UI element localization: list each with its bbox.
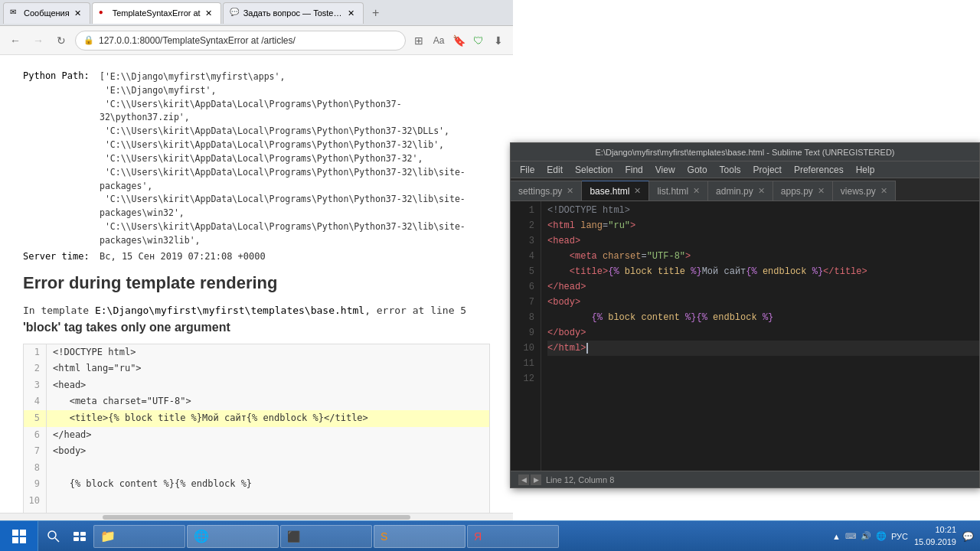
taskbar-terminal[interactable]: ⬛ (280, 525, 372, 548)
taskbar-explorer[interactable]: 📁 (93, 525, 185, 548)
yandex-icon: Я (474, 530, 482, 543)
taskbar-sublime[interactable]: S (374, 525, 466, 548)
scode-line-7: <body> (547, 295, 979, 310)
menu-find[interactable]: Find (619, 161, 648, 178)
bookmark-button[interactable]: 🔖 (450, 32, 467, 49)
tab-label-settings: settings.py (518, 186, 562, 197)
clock-time: 10:21 (914, 524, 956, 536)
gutter-7: 7 (511, 295, 541, 310)
tab-template-error[interactable]: ● TemplateSyntaxError at ✕ (92, 2, 221, 24)
reader-button[interactable]: Aa (430, 32, 447, 49)
tab-label-admin: admin.py (716, 186, 753, 197)
python-path-line-8: 'C:\\Users\kirit\AppData\Local\Programs\… (100, 220, 490, 248)
sublime-code-area[interactable]: <!DOCTYPE html> <html lang="ru"> <head> … (541, 201, 979, 471)
tab-close-settings[interactable]: ✕ (567, 186, 573, 196)
menu-project[interactable]: Project (747, 161, 788, 178)
browser-toolbar: ← → ↻ 🔒 127.0.0.1:8000/TemplateSyntaxErr… (0, 26, 513, 55)
code-line-3: 3 <head> (24, 377, 489, 394)
menu-view[interactable]: View (649, 161, 681, 178)
code-line-6: 6 </head> (24, 427, 489, 444)
tab-base-html[interactable]: base.html ✕ (582, 181, 649, 201)
tab-messages[interactable]: ✉ Сообщения ✕ (3, 2, 90, 24)
tab-label-list: list.html (657, 186, 688, 197)
svg-rect-0 (12, 530, 18, 536)
tab-label-error: TemplateSyntaxError at (113, 8, 201, 18)
menu-edit[interactable]: Edit (541, 161, 569, 178)
tray-arrow[interactable]: ▲ (832, 532, 841, 541)
tab-favicon-messages: ✉ (10, 8, 21, 18)
sublime-menubar: File Edit Selection Find View Goto Tools… (511, 161, 979, 178)
code-line-9: 9 {% block content %}{% endblock %} (24, 476, 489, 493)
browser-titlebar: ✉ Сообщения ✕ ● TemplateSyntaxError at ✕… (0, 0, 513, 26)
taskbar-clock[interactable]: 10:21 15.09.2019 (914, 524, 956, 548)
sublime-editor: 1 2 3 4 5 6 7 8 9 10 11 12 <!DOCTYPE htm… (511, 201, 979, 471)
extensions-button[interactable]: ⊞ (410, 32, 427, 49)
sublime-text-window: E:\Django\myfirst\myfirst\templates\base… (510, 142, 980, 488)
address-bar[interactable]: 🔒 127.0.0.1:8000/TemplateSyntaxError at … (75, 31, 406, 51)
python-path-values: ['E:\\Django\myfirst\myfirst\apps', 'E:\… (100, 70, 490, 248)
code-line-1: 1 <!DOCTYPE html> (24, 344, 489, 361)
forward-button[interactable]: → (29, 31, 47, 50)
scrollbar-thumb[interactable] (103, 515, 410, 520)
menu-tools[interactable]: Tools (714, 161, 747, 178)
gutter-12: 12 (511, 371, 541, 386)
tab-close-toster[interactable]: ✕ (346, 8, 357, 18)
explorer-icon: 📁 (100, 529, 116, 543)
lang-indicator[interactable]: РУС (891, 532, 908, 541)
back-button[interactable]: ← (6, 31, 24, 50)
reload-button[interactable]: ↻ (52, 31, 70, 50)
tab-close-messages[interactable]: ✕ (73, 8, 83, 18)
tab-close-admin[interactable]: ✕ (758, 186, 765, 196)
taskview-button[interactable] (67, 525, 92, 548)
scode-line-11: </body> (547, 325, 979, 341)
python-path-label: Python Path: (23, 70, 100, 248)
gutter-1: 1 (511, 203, 541, 218)
python-path-line-2: 'C:\\Users\kirit\AppData\Local\Programs\… (100, 98, 490, 126)
tab-close-list[interactable]: ✕ (693, 186, 700, 196)
python-path-line-6: 'C:\\Users\kirit\AppData\Local\Programs\… (100, 166, 490, 194)
download-button[interactable]: ⬇ (490, 32, 507, 49)
notification-icon[interactable]: 💬 (962, 531, 974, 542)
gutter-6: 6 (511, 279, 541, 295)
start-button[interactable] (0, 521, 38, 552)
menu-preferences[interactable]: Preferences (788, 161, 850, 178)
tab-label-base: base.html (590, 186, 629, 197)
menu-file[interactable]: File (514, 161, 541, 178)
toolbar-right-icons: ⊞ Aa 🔖 🛡 ⬇ (410, 32, 507, 49)
gutter-10: 10 (511, 341, 541, 356)
scode-line-12: </html> (547, 341, 979, 356)
menu-help[interactable]: Help (850, 161, 881, 178)
tab-close-base[interactable]: ✕ (634, 186, 641, 196)
tab-views-py[interactable]: views.py ✕ (833, 181, 896, 201)
tab-close-error[interactable]: ✕ (204, 8, 214, 18)
windows-icon (11, 529, 27, 544)
cursor (586, 343, 588, 354)
python-path-line-1: 'E:\\Django\myfirst', (100, 84, 490, 98)
tab-settings-py[interactable]: settings.py ✕ (511, 181, 582, 201)
menu-goto[interactable]: Goto (681, 161, 714, 178)
taskbar-yandex[interactable]: Я (467, 525, 559, 548)
tab-toster[interactable]: 💬 Задать вопрос — Toster.ru ✕ (223, 2, 364, 24)
tab-admin-py[interactable]: admin.py ✕ (708, 181, 773, 201)
shield-button[interactable]: 🛡 (470, 32, 487, 49)
tab-apps-py[interactable]: apps.py ✕ (773, 181, 833, 201)
speaker-icon[interactable]: 🔊 (861, 531, 871, 541)
tab-list-html[interactable]: list.html ✕ (649, 181, 708, 201)
tab-close-apps[interactable]: ✕ (818, 186, 825, 196)
network-icon[interactable]: 🌐 (876, 531, 887, 541)
menu-selection[interactable]: Selection (569, 161, 619, 178)
nav-right[interactable]: ▶ (531, 474, 541, 485)
code-line-7: 7 <body> (24, 443, 489, 460)
new-tab-button[interactable]: + (365, 2, 387, 24)
tab-label-messages: Сообщения (24, 8, 70, 18)
status-text: Line 12, Column 8 (546, 475, 614, 484)
tab-label-apps: apps.py (781, 186, 813, 197)
code-line-4: 4 <meta charset="UTF-8"> (24, 393, 489, 410)
tab-close-views[interactable]: ✕ (880, 186, 887, 196)
browser-scrollbar[interactable] (0, 513, 513, 520)
taskbar-search-button[interactable] (41, 525, 66, 548)
nav-left[interactable]: ◀ (518, 474, 529, 485)
taskbar-browser[interactable]: 🌐 (187, 525, 279, 548)
python-path-line-5: 'C:\\Users\kirit\AppData\Local\Programs\… (100, 152, 490, 166)
gutter-8: 8 (511, 310, 541, 325)
